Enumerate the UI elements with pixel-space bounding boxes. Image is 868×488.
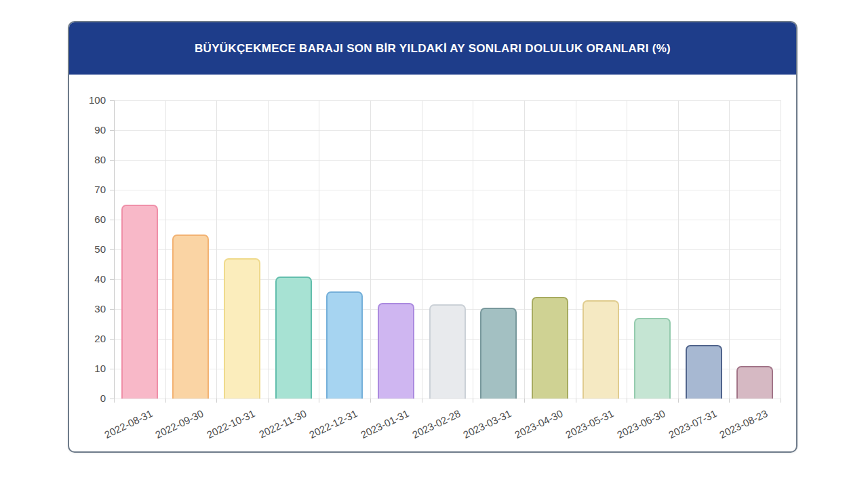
chart-title: BÜYÜKÇEKMECE BARAJI SON BİR YILDAKİ AY S… bbox=[195, 42, 671, 56]
gridline-vertical bbox=[678, 100, 679, 399]
bar[interactable] bbox=[224, 258, 260, 399]
gridline-horizontal bbox=[114, 399, 781, 399]
gridline-horizontal bbox=[114, 130, 781, 131]
bar[interactable] bbox=[172, 235, 209, 399]
chart-header: BÜYÜKÇEKMECE BARAJI SON BİR YILDAKİ AY S… bbox=[69, 22, 796, 75]
gridline-vertical bbox=[216, 100, 217, 399]
bar[interactable] bbox=[634, 318, 671, 399]
gridline-vertical bbox=[370, 100, 371, 399]
bar[interactable] bbox=[583, 300, 619, 399]
gridline-horizontal bbox=[114, 100, 781, 101]
gridline-vertical bbox=[729, 100, 730, 399]
gridline-horizontal bbox=[114, 249, 781, 250]
gridline-vertical bbox=[576, 100, 576, 399]
x-axis-tick bbox=[627, 399, 627, 403]
gridline-horizontal bbox=[114, 220, 781, 220]
gridline-vertical bbox=[165, 100, 166, 399]
bar[interactable] bbox=[275, 277, 312, 399]
chart-canvas: 01020304050607080901002022-08-312022-09-… bbox=[69, 75, 796, 451]
bar[interactable] bbox=[429, 304, 466, 399]
gridline-vertical bbox=[473, 100, 473, 399]
y-axis-line bbox=[114, 100, 115, 399]
y-axis-label: 40 bbox=[79, 273, 106, 285]
gridline-vertical bbox=[268, 100, 269, 399]
x-axis-tick bbox=[165, 399, 166, 403]
bar[interactable] bbox=[480, 308, 517, 399]
gridline-vertical bbox=[781, 100, 781, 399]
bar[interactable] bbox=[326, 291, 363, 399]
gridline-vertical bbox=[627, 100, 627, 399]
x-axis-tick bbox=[576, 399, 576, 403]
x-axis-tick bbox=[524, 399, 525, 403]
x-axis-tick bbox=[678, 399, 679, 403]
x-axis-tick bbox=[729, 399, 730, 403]
y-axis-label: 0 bbox=[79, 392, 106, 405]
y-axis-label: 90 bbox=[79, 124, 106, 136]
x-axis-tick bbox=[114, 399, 115, 403]
gridline-vertical bbox=[422, 100, 422, 399]
y-axis-label: 60 bbox=[79, 214, 106, 226]
chart-card: BÜYÜKÇEKMECE BARAJI SON BİR YILDAKİ AY S… bbox=[68, 21, 797, 453]
bar[interactable] bbox=[686, 345, 722, 399]
gridline-horizontal bbox=[114, 160, 781, 161]
bar[interactable] bbox=[532, 297, 568, 399]
x-axis-tick bbox=[781, 399, 781, 403]
x-axis-tick bbox=[319, 399, 319, 403]
x-axis-tick bbox=[268, 399, 269, 403]
y-axis-label: 20 bbox=[79, 333, 106, 345]
x-axis-tick bbox=[216, 399, 217, 403]
y-axis-label: 100 bbox=[79, 94, 106, 106]
y-axis-label: 50 bbox=[79, 243, 106, 256]
y-axis-label: 10 bbox=[79, 363, 106, 375]
y-axis-label: 80 bbox=[79, 154, 106, 166]
gridline-horizontal bbox=[114, 190, 781, 190]
gridline-vertical bbox=[319, 100, 319, 399]
bar[interactable] bbox=[378, 303, 414, 399]
y-axis-label: 70 bbox=[79, 184, 106, 196]
x-axis-tick bbox=[473, 399, 473, 403]
bar[interactable] bbox=[121, 205, 158, 399]
y-axis-label: 30 bbox=[79, 303, 106, 315]
x-axis-tick bbox=[422, 399, 422, 403]
gridline-horizontal bbox=[114, 279, 781, 280]
gridline-vertical bbox=[524, 100, 525, 399]
x-axis-tick bbox=[370, 399, 371, 403]
bar[interactable] bbox=[736, 366, 773, 399]
